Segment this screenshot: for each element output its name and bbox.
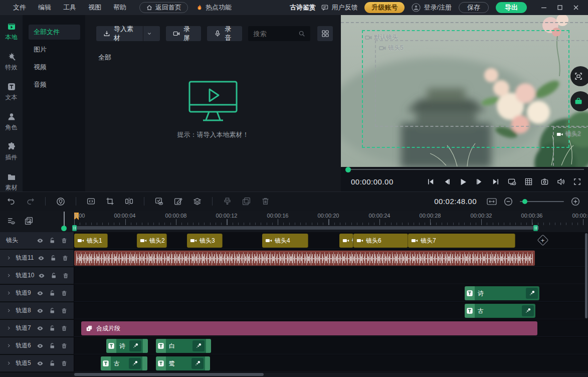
track-visibility-toggle[interactable] — [37, 237, 44, 244]
volume-button[interactable] — [557, 178, 565, 185]
chevron-down-icon[interactable] — [146, 30, 153, 37]
redo-button[interactable] — [26, 197, 35, 206]
track-delete-button[interactable] — [61, 290, 68, 297]
track-expand-chevron[interactable] — [6, 290, 12, 296]
track-expand-chevron[interactable] — [6, 325, 12, 331]
track-lock-toggle[interactable] — [49, 307, 56, 314]
sidebar-item-character[interactable]: 角色 — [0, 112, 23, 132]
text-clip[interactable]: 鹭 — [156, 356, 210, 370]
track-lock-toggle[interactable] — [49, 290, 56, 297]
play-button[interactable] — [459, 178, 467, 186]
next-frame-button[interactable] — [476, 178, 483, 185]
asset-pack-button[interactable] — [570, 91, 588, 111]
undo-button[interactable] — [7, 197, 16, 206]
sidebar-item-local[interactable]: 本地 — [0, 22, 23, 42]
camera-clip[interactable]: 镜头4 — [262, 234, 308, 248]
hot-features-button[interactable]: 热点功能 — [196, 3, 232, 12]
camera-clip[interactable]: 镜头6 — [353, 234, 408, 248]
library-nav-images[interactable]: 图片 — [29, 42, 80, 57]
text-clip[interactable]: 白 — [156, 339, 211, 353]
track-visibility-toggle[interactable] — [38, 255, 45, 262]
fit-screen-button[interactable] — [570, 66, 588, 86]
text-clip[interactable]: 古 — [101, 356, 147, 370]
copy-button[interactable] — [242, 197, 251, 206]
back-home-button[interactable]: 返回首页 — [139, 2, 188, 13]
zoom-out-button[interactable] — [504, 197, 513, 206]
track-visibility-toggle[interactable] — [37, 342, 44, 349]
camera-clip[interactable]: 镜头1 — [74, 234, 108, 248]
horizontal-scrollbar-thumb[interactable] — [74, 373, 264, 376]
track-delete-button[interactable] — [61, 360, 68, 367]
track-expand-chevron[interactable] — [6, 360, 12, 366]
menu-edit[interactable]: 编辑 — [32, 3, 57, 12]
text-clip[interactable]: 诗 — [465, 286, 539, 300]
save-button[interactable]: 保存 — [459, 2, 489, 13]
timeline-ruler[interactable]: 0:00 00:00:04 00:00:08 00:00:12 00:00:16… — [0, 211, 588, 232]
import-media-button[interactable]: 导入素材 — [96, 26, 160, 41]
camera-clip[interactable]: 镜头3 — [187, 234, 223, 248]
work-area-end-marker[interactable] — [533, 225, 538, 231]
vertical-scrollbar[interactable] — [585, 233, 587, 318]
track-lock-toggle[interactable] — [50, 255, 57, 262]
login-button[interactable]: 登录/注册 — [412, 3, 452, 12]
camera-clip[interactable]: 镜头2 — [137, 234, 167, 248]
menu-help[interactable]: 帮助 — [107, 3, 132, 12]
prev-frame-button[interactable] — [443, 178, 451, 185]
track-expand-chevron[interactable] — [6, 308, 12, 313]
track-delete-button[interactable] — [61, 307, 68, 314]
track-lock-toggle[interactable] — [49, 360, 56, 367]
add-track-icon[interactable] — [25, 217, 33, 225]
search-box[interactable] — [248, 26, 310, 41]
track-visibility-toggle[interactable] — [37, 307, 44, 314]
edit-properties-button[interactable] — [174, 197, 182, 206]
crop-button[interactable] — [106, 197, 114, 206]
style-brush-button[interactable] — [223, 197, 232, 206]
filter-all-label[interactable]: 全部 — [98, 53, 111, 62]
work-area-start-marker[interactable] — [72, 225, 77, 231]
minimize-button[interactable] — [537, 1, 551, 14]
zoom-slider-handle[interactable] — [522, 199, 527, 204]
layers-button[interactable] — [193, 197, 202, 206]
track-visibility-toggle[interactable] — [37, 290, 44, 297]
track-delete-button[interactable] — [62, 272, 69, 279]
text-clip[interactable]: 诗 — [106, 339, 148, 353]
export-button[interactable]: 导出 — [496, 2, 527, 13]
voice-record-button[interactable]: 录音 — [207, 26, 242, 41]
track-manager-icon[interactable] — [7, 217, 16, 225]
marker-button[interactable] — [56, 197, 65, 206]
display-settings-button[interactable] — [508, 178, 516, 185]
timeline-zoom-slider[interactable] — [520, 199, 564, 205]
search-input[interactable] — [253, 30, 298, 38]
mark-range-button[interactable] — [87, 197, 95, 206]
track-expand-chevron[interactable] — [6, 343, 12, 348]
camera-clip[interactable]: 镜头5 — [339, 234, 353, 248]
track-delete-button[interactable] — [61, 237, 68, 244]
screen-record-button[interactable]: 录屏 — [166, 26, 201, 41]
preview-progress-bar[interactable] — [341, 167, 588, 172]
track-visibility-toggle[interactable] — [37, 360, 44, 367]
playhead-handle[interactable] — [61, 226, 67, 231]
track-visibility-toggle[interactable] — [38, 272, 45, 279]
skip-start-button[interactable] — [427, 178, 435, 185]
track-delete-button[interactable] — [61, 325, 68, 332]
sidebar-item-assets[interactable]: 素材 — [0, 172, 23, 192]
split-button[interactable] — [125, 197, 133, 206]
track-expand-chevron[interactable] — [6, 273, 12, 278]
track-lock-toggle[interactable] — [50, 272, 57, 279]
maximize-button[interactable] — [553, 1, 567, 14]
camera-clip[interactable]: 镜头7 — [408, 234, 515, 248]
menu-view[interactable]: 视图 — [82, 3, 107, 12]
text-clip[interactable]: 古 — [465, 304, 535, 318]
library-nav-all-files[interactable]: 全部文件 — [29, 25, 80, 40]
sidebar-item-plugins[interactable]: 插件 — [0, 142, 23, 162]
sidebar-item-effects[interactable]: 特效 — [0, 52, 23, 72]
library-nav-audio[interactable]: 音频 — [29, 77, 80, 92]
library-nav-videos[interactable]: 视频 — [29, 60, 80, 75]
menu-file[interactable]: 文件 — [7, 3, 32, 12]
fit-timeline-button[interactable] — [487, 198, 497, 206]
upgrade-account-button[interactable]: 升级账号 — [364, 2, 405, 13]
playhead[interactable] — [64, 212, 65, 227]
track-lock-toggle[interactable] — [49, 342, 56, 349]
compound-clip[interactable]: 合成片段 — [81, 321, 537, 335]
grid-view-button[interactable] — [317, 26, 333, 41]
